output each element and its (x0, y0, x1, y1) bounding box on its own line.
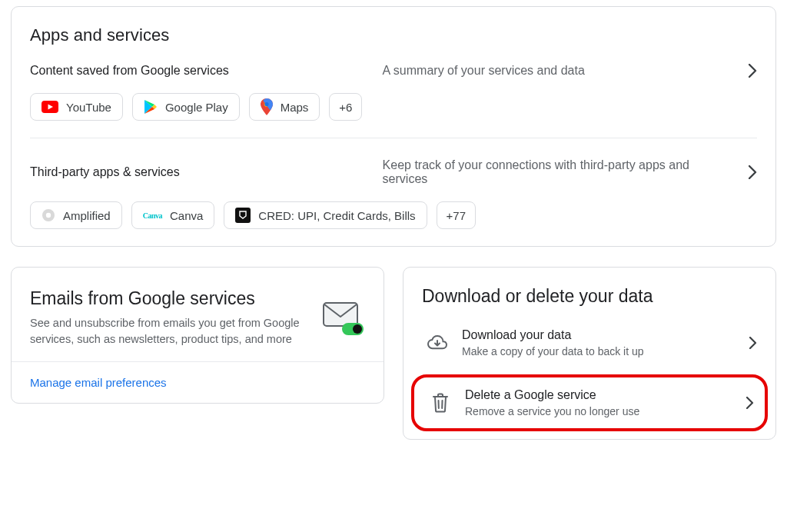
chip-canva[interactable]: Canva Canva (131, 201, 215, 229)
google-services-chips: YouTube Google Play (30, 93, 757, 121)
apps-and-services-card: Apps and services Content saved from Goo… (11, 6, 776, 247)
delete-service-highlight: Delete a Google service Remove a service… (411, 374, 768, 431)
content-saved-label: Content saved from Google services (30, 64, 372, 78)
chip-label: YouTube (66, 101, 111, 114)
canva-icon: Canva (143, 211, 162, 220)
chevron-right-icon (749, 337, 757, 349)
svg-rect-5 (324, 303, 357, 326)
chevron-right-icon (746, 397, 754, 409)
third-party-label: Third-party apps & services (30, 165, 372, 179)
chip-label: CRED: UPI, Credit Cards, Bills (258, 209, 415, 222)
download-your-data-row[interactable]: Download your data Make a copy of your d… (403, 316, 775, 370)
apps-and-services-title: Apps and services (30, 25, 757, 45)
svg-rect-4 (235, 208, 251, 223)
chip-youtube[interactable]: YouTube (30, 93, 123, 121)
manage-email-preferences-link[interactable]: Manage email preferences (30, 376, 167, 389)
maps-icon (261, 98, 273, 115)
content-saved-row[interactable]: Content saved from Google services A sum… (30, 59, 757, 82)
trash-icon (428, 393, 453, 413)
download-your-data-title: Download your data (462, 328, 737, 342)
email-toggle-icon (322, 300, 365, 347)
chip-more-label: +77 (447, 209, 466, 222)
third-party-row[interactable]: Third-party apps & services Keep track o… (30, 154, 757, 191)
third-party-desc: Keep track of your connections with thir… (383, 158, 738, 186)
chip-more-google[interactable]: +6 (329, 93, 362, 121)
chip-cred[interactable]: CRED: UPI, Credit Cards, Bills (224, 201, 427, 229)
amplified-icon (42, 208, 55, 222)
chip-label: Amplified (63, 209, 111, 222)
delete-service-title: Delete a Google service (465, 388, 734, 402)
chevron-right-icon (749, 64, 757, 78)
chip-google-play[interactable]: Google Play (132, 93, 240, 121)
download-your-data-desc: Make a copy of your data to back it up (462, 345, 737, 357)
emails-title: Emails from Google services (30, 286, 310, 311)
content-saved-desc: A summary of your services and data (383, 64, 738, 78)
download-delete-card: Download or delete your data Download yo… (403, 267, 776, 440)
chip-label: Maps (281, 101, 309, 114)
chip-maps[interactable]: Maps (249, 93, 320, 121)
svg-point-1 (264, 102, 268, 106)
cloud-download-icon (425, 334, 450, 351)
download-delete-title: Download or delete your data (422, 286, 757, 307)
chip-more-third-party[interactable]: +77 (437, 201, 476, 229)
emails-card: Emails from Google services See and unsu… (11, 267, 384, 404)
youtube-icon (42, 101, 58, 113)
svg-point-7 (353, 324, 362, 334)
delete-google-service-row[interactable]: Delete a Google service Remove a service… (414, 377, 765, 428)
delete-service-desc: Remove a service you no longer use (465, 405, 734, 417)
chip-amplified[interactable]: Amplified (30, 201, 122, 229)
third-party-chips: Amplified Canva Canva CRED: UPI, Credit … (30, 201, 757, 229)
emails-desc: See and unsubscribe from emails you get … (30, 315, 310, 347)
divider (30, 138, 757, 138)
chip-label: Google Play (165, 101, 228, 114)
google-play-icon (144, 99, 158, 115)
chip-more-label: +6 (339, 101, 352, 114)
cred-icon (235, 208, 251, 223)
chip-label: Canva (170, 209, 203, 222)
chevron-right-icon (749, 165, 757, 179)
svg-point-3 (46, 213, 51, 218)
